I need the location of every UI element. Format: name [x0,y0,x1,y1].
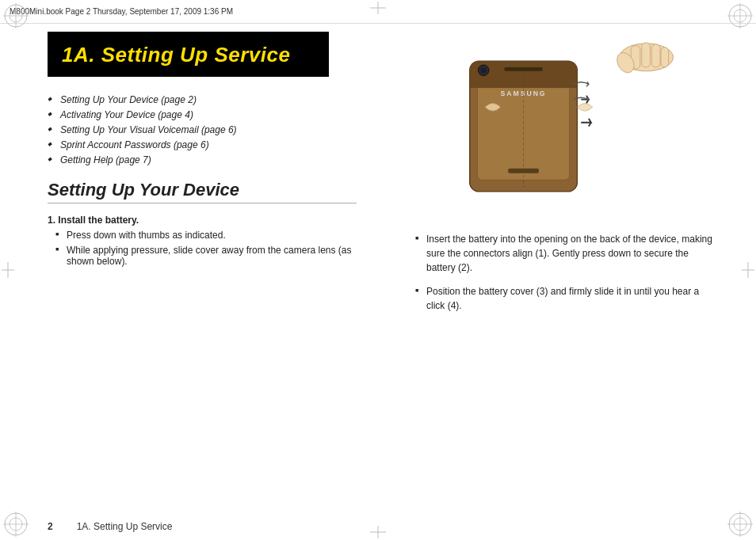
mid-top-decoration [370,2,386,14]
toc-item-2: Activating Your Device (page 4) [48,109,357,120]
corner-tl-decoration [2,2,30,30]
hand-svg [613,43,673,76]
toc-item-1: Setting Up Your Device (page 2) [48,94,357,105]
right-bullet-2: Position the battery cover (3) and firml… [415,284,716,313]
corner-tr-decoration [726,2,754,30]
toc-item-4: Sprint Account Passwords (page 6) [48,139,357,150]
step-1-sub-1: Press down with thumbs as indicated. [55,230,357,241]
toc-list: Setting Up Your Device (page 2) Activati… [48,94,357,165]
corner-bl-decoration [2,510,30,538]
right-text: Insert the battery into the opening on t… [415,224,716,313]
right-bullet-1: Insert the battery into the opening on t… [415,232,716,275]
svg-rect-27 [651,44,660,67]
svg-rect-37 [504,67,542,71]
left-column: 1A. Setting Up Service Setting Up Your D… [48,32,357,496]
mid-left-decoration [2,262,14,278]
step-1-sub-2: While applying pressure, slide cover awa… [55,245,357,267]
section-heading: Setting Up Your Device [48,180,357,203]
step-1-label: 1. Install the battery. [48,215,139,226]
svg-rect-28 [661,48,669,67]
chapter-title: 1A. Setting Up Service [62,43,315,67]
mid-bottom-decoration [370,526,386,538]
steps-list: 1. Install the battery. Press down with … [48,215,357,267]
phone-illustration: SAMSUNG [439,28,685,202]
corner-br-decoration [726,510,754,538]
svg-rect-26 [642,43,651,67]
step-1: 1. Install the battery. Press down with … [48,215,357,267]
mid-right-decoration [742,262,754,278]
svg-point-36 [480,67,487,74]
right-bullets-list: Insert the battery into the opening on t… [415,232,716,313]
step-1-subbullets: Press down with thumbs as indicated. Whi… [48,230,357,267]
footer-section-label: 1A. Setting Up Service [77,521,173,532]
toc-item-5: Getting Help (page 7) [48,154,357,165]
page-container: M800Mini.book Page 2 Thursday, September… [0,0,756,540]
header-text: M800Mini.book Page 2 Thursday, September… [10,7,233,16]
phone-image-container: SAMSUNG [415,28,716,210]
phone-body: SAMSUNG [470,61,591,192]
chapter-heading: 1A. Setting Up Service [48,32,329,77]
right-column: SAMSUNG [415,28,716,496]
toc-item-3: Setting Up Your Visual Voicemail (page 6… [48,124,357,135]
footer-page-number: 2 [48,521,53,532]
footer: 2 1A. Setting Up Service [48,521,172,532]
